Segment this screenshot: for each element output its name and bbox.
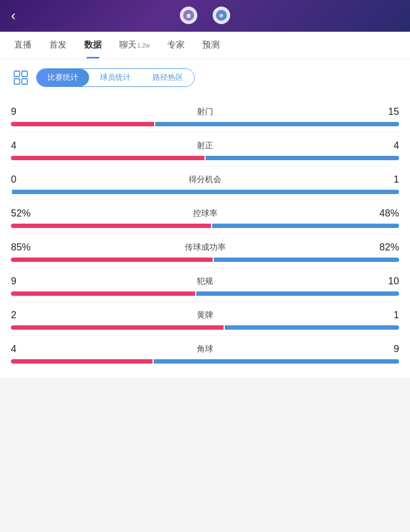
stat-label: 射正 [44, 141, 366, 151]
stat-right-val: 15 [366, 106, 399, 118]
stat-label: 得分机会 [44, 174, 366, 185]
team-right-logo: 申 [213, 7, 230, 24]
stat-left-val: 85% [11, 242, 44, 253]
bar-left [11, 258, 213, 262]
bar-right [196, 291, 399, 296]
filter-heatmap[interactable]: 路径热区 [142, 69, 194, 86]
stat-right-val: 48% [366, 208, 399, 219]
stat-row-4: 85% 传球成功率 82% [11, 234, 399, 268]
bar-right [214, 258, 399, 262]
team-left-logo: 横 [180, 7, 197, 24]
tab-predict[interactable]: 预测 [194, 32, 229, 59]
bar-right [225, 325, 399, 330]
tab-stats[interactable]: 数据 [75, 32, 110, 59]
stats-container: 9 射门 15 4 射正 4 0 得分机会 1 52% 控 [11, 98, 399, 369]
stat-left-val: 2 [11, 309, 44, 321]
stat-bars [11, 122, 399, 126]
stat-left-val: 0 [11, 174, 44, 185]
stat-bars [11, 258, 399, 262]
stat-bars [11, 190, 399, 194]
svg-rect-6 [22, 71, 27, 77]
stat-left-val: 52% [11, 208, 44, 219]
stat-filter-tabs: 比赛统计 球员统计 路径热区 [36, 68, 195, 87]
stat-bars [11, 224, 399, 228]
layout-icon[interactable] [11, 68, 31, 87]
stat-right-val: 82% [366, 242, 399, 253]
bar-right [154, 359, 399, 364]
chat-badge: 1.2w [137, 42, 150, 49]
stat-right-val: 1 [366, 309, 399, 321]
bar-left [11, 122, 154, 126]
stat-row-2: 0 得分机会 1 [11, 166, 399, 200]
tab-chat[interactable]: 聊天1.2w [110, 32, 159, 59]
stat-label: 犯规 [44, 276, 366, 287]
bar-left [11, 224, 211, 228]
tab-expert[interactable]: 专家 [159, 32, 194, 59]
svg-rect-4 [14, 71, 20, 77]
tab-lineup[interactable]: 首发 [40, 32, 75, 59]
svg-text:横: 横 [186, 14, 191, 19]
stat-label: 传球成功率 [44, 242, 366, 253]
bar-left [11, 291, 195, 296]
main-content: 比赛统计 球员统计 路径热区 9 射门 15 4 射正 4 0 得分机会 [0, 59, 410, 378]
bar-right [206, 156, 399, 160]
svg-rect-7 [22, 79, 27, 84]
stat-label: 黄牌 [44, 310, 366, 320]
stat-right-val: 1 [366, 174, 399, 185]
filter-player-stats[interactable]: 球员统计 [89, 69, 142, 86]
stat-left-val: 9 [11, 106, 44, 118]
bar-left [11, 156, 204, 160]
stat-left-val: 4 [11, 343, 44, 355]
stat-right-val: 10 [366, 276, 399, 287]
svg-text:申: 申 [219, 14, 224, 19]
stat-bars [11, 325, 399, 330]
stat-row-7: 4 角球 9 [11, 336, 399, 369]
bar-right [155, 122, 399, 126]
stat-left-val: 9 [11, 276, 44, 287]
tab-live[interactable]: 直播 [5, 32, 40, 59]
stat-row-0: 9 射门 15 [11, 98, 399, 132]
bar-left [11, 325, 224, 330]
stat-right-val: 9 [366, 343, 399, 355]
svg-rect-5 [14, 79, 20, 84]
match-header: ‹ 横 申 [0, 0, 410, 32]
bar-left [11, 359, 153, 364]
stat-row-6: 2 黄牌 1 [11, 302, 399, 336]
stat-row-3: 52% 控球率 48% [11, 200, 399, 234]
back-button[interactable]: ‹ [11, 7, 33, 24]
stat-bars [11, 291, 399, 296]
bar-right [212, 224, 399, 228]
stat-row-5: 9 犯规 10 [11, 268, 399, 302]
stat-label: 控球率 [44, 208, 366, 219]
stat-row-1: 4 射正 4 [11, 132, 399, 166]
stat-right-val: 4 [366, 140, 399, 151]
bar-right [12, 190, 399, 194]
filter-bar: 比赛统计 球员统计 路径热区 [11, 68, 399, 87]
match-info: 横 申 [33, 7, 377, 24]
stat-left-val: 4 [11, 140, 44, 151]
stat-bars [11, 156, 399, 160]
stat-label: 射门 [44, 107, 366, 117]
filter-match-stats[interactable]: 比赛统计 [37, 69, 89, 86]
stat-label: 角球 [44, 344, 366, 354]
nav-tabs: 直播 首发 数据 聊天1.2w 专家 预测 [0, 32, 410, 59]
stat-bars [11, 359, 399, 364]
